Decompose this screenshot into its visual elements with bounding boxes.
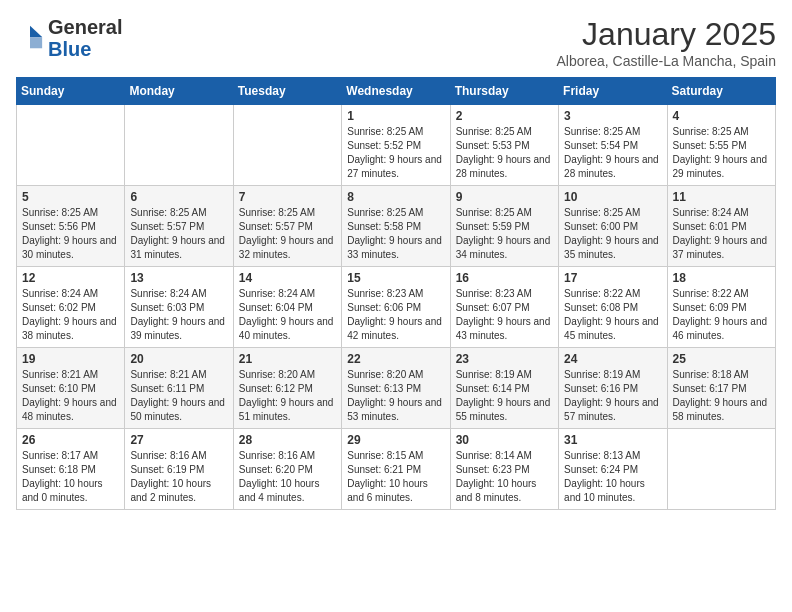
day-info: Sunrise: 8:18 AM Sunset: 6:17 PM Dayligh…	[673, 368, 770, 424]
logo: General Blue	[16, 16, 122, 60]
day-info: Sunrise: 8:16 AM Sunset: 6:20 PM Dayligh…	[239, 449, 336, 505]
day-info: Sunrise: 8:20 AM Sunset: 6:12 PM Dayligh…	[239, 368, 336, 424]
day-number: 5	[22, 190, 119, 204]
day-cell: 3Sunrise: 8:25 AM Sunset: 5:54 PM Daylig…	[559, 105, 667, 186]
day-number: 16	[456, 271, 553, 285]
day-number: 12	[22, 271, 119, 285]
day-number: 11	[673, 190, 770, 204]
day-number: 31	[564, 433, 661, 447]
day-cell: 8Sunrise: 8:25 AM Sunset: 5:58 PM Daylig…	[342, 186, 450, 267]
day-cell	[233, 105, 341, 186]
page-header: General Blue January 2025 Alborea, Casti…	[16, 16, 776, 69]
weekday-header-sunday: Sunday	[17, 78, 125, 105]
day-number: 4	[673, 109, 770, 123]
week-row-4: 19Sunrise: 8:21 AM Sunset: 6:10 PM Dayli…	[17, 348, 776, 429]
day-number: 9	[456, 190, 553, 204]
day-number: 28	[239, 433, 336, 447]
week-row-5: 26Sunrise: 8:17 AM Sunset: 6:18 PM Dayli…	[17, 429, 776, 510]
location: Alborea, Castille-La Mancha, Spain	[557, 53, 776, 69]
day-cell: 22Sunrise: 8:20 AM Sunset: 6:13 PM Dayli…	[342, 348, 450, 429]
day-cell: 6Sunrise: 8:25 AM Sunset: 5:57 PM Daylig…	[125, 186, 233, 267]
day-info: Sunrise: 8:25 AM Sunset: 5:52 PM Dayligh…	[347, 125, 444, 181]
day-cell: 13Sunrise: 8:24 AM Sunset: 6:03 PM Dayli…	[125, 267, 233, 348]
day-cell: 24Sunrise: 8:19 AM Sunset: 6:16 PM Dayli…	[559, 348, 667, 429]
day-number: 13	[130, 271, 227, 285]
day-cell: 28Sunrise: 8:16 AM Sunset: 6:20 PM Dayli…	[233, 429, 341, 510]
day-number: 8	[347, 190, 444, 204]
day-info: Sunrise: 8:23 AM Sunset: 6:07 PM Dayligh…	[456, 287, 553, 343]
logo-text: General Blue	[48, 16, 122, 60]
calendar-table: SundayMondayTuesdayWednesdayThursdayFrid…	[16, 77, 776, 510]
day-info: Sunrise: 8:25 AM Sunset: 6:00 PM Dayligh…	[564, 206, 661, 262]
day-number: 22	[347, 352, 444, 366]
weekday-header-thursday: Thursday	[450, 78, 558, 105]
weekday-header-saturday: Saturday	[667, 78, 775, 105]
day-info: Sunrise: 8:22 AM Sunset: 6:08 PM Dayligh…	[564, 287, 661, 343]
day-cell: 25Sunrise: 8:18 AM Sunset: 6:17 PM Dayli…	[667, 348, 775, 429]
day-info: Sunrise: 8:14 AM Sunset: 6:23 PM Dayligh…	[456, 449, 553, 505]
day-info: Sunrise: 8:25 AM Sunset: 5:58 PM Dayligh…	[347, 206, 444, 262]
day-cell	[17, 105, 125, 186]
weekday-header-row: SundayMondayTuesdayWednesdayThursdayFrid…	[17, 78, 776, 105]
day-cell: 12Sunrise: 8:24 AM Sunset: 6:02 PM Dayli…	[17, 267, 125, 348]
day-info: Sunrise: 8:23 AM Sunset: 6:06 PM Dayligh…	[347, 287, 444, 343]
day-info: Sunrise: 8:25 AM Sunset: 5:57 PM Dayligh…	[239, 206, 336, 262]
day-number: 27	[130, 433, 227, 447]
day-cell: 26Sunrise: 8:17 AM Sunset: 6:18 PM Dayli…	[17, 429, 125, 510]
day-number: 26	[22, 433, 119, 447]
svg-marker-0	[30, 26, 42, 37]
day-number: 2	[456, 109, 553, 123]
day-info: Sunrise: 8:21 AM Sunset: 6:11 PM Dayligh…	[130, 368, 227, 424]
day-info: Sunrise: 8:24 AM Sunset: 6:03 PM Dayligh…	[130, 287, 227, 343]
day-cell: 17Sunrise: 8:22 AM Sunset: 6:08 PM Dayli…	[559, 267, 667, 348]
day-cell: 4Sunrise: 8:25 AM Sunset: 5:55 PM Daylig…	[667, 105, 775, 186]
day-info: Sunrise: 8:19 AM Sunset: 6:16 PM Dayligh…	[564, 368, 661, 424]
day-cell: 20Sunrise: 8:21 AM Sunset: 6:11 PM Dayli…	[125, 348, 233, 429]
day-cell: 19Sunrise: 8:21 AM Sunset: 6:10 PM Dayli…	[17, 348, 125, 429]
day-cell: 14Sunrise: 8:24 AM Sunset: 6:04 PM Dayli…	[233, 267, 341, 348]
day-cell: 5Sunrise: 8:25 AM Sunset: 5:56 PM Daylig…	[17, 186, 125, 267]
day-info: Sunrise: 8:20 AM Sunset: 6:13 PM Dayligh…	[347, 368, 444, 424]
day-number: 20	[130, 352, 227, 366]
day-cell: 2Sunrise: 8:25 AM Sunset: 5:53 PM Daylig…	[450, 105, 558, 186]
day-number: 3	[564, 109, 661, 123]
day-info: Sunrise: 8:25 AM Sunset: 5:55 PM Dayligh…	[673, 125, 770, 181]
week-row-1: 1Sunrise: 8:25 AM Sunset: 5:52 PM Daylig…	[17, 105, 776, 186]
day-info: Sunrise: 8:19 AM Sunset: 6:14 PM Dayligh…	[456, 368, 553, 424]
day-cell: 10Sunrise: 8:25 AM Sunset: 6:00 PM Dayli…	[559, 186, 667, 267]
day-info: Sunrise: 8:25 AM Sunset: 5:57 PM Dayligh…	[130, 206, 227, 262]
day-number: 18	[673, 271, 770, 285]
day-cell: 15Sunrise: 8:23 AM Sunset: 6:06 PM Dayli…	[342, 267, 450, 348]
day-number: 24	[564, 352, 661, 366]
day-info: Sunrise: 8:13 AM Sunset: 6:24 PM Dayligh…	[564, 449, 661, 505]
week-row-2: 5Sunrise: 8:25 AM Sunset: 5:56 PM Daylig…	[17, 186, 776, 267]
weekday-header-friday: Friday	[559, 78, 667, 105]
day-cell: 18Sunrise: 8:22 AM Sunset: 6:09 PM Dayli…	[667, 267, 775, 348]
day-cell	[125, 105, 233, 186]
day-number: 17	[564, 271, 661, 285]
day-info: Sunrise: 8:24 AM Sunset: 6:01 PM Dayligh…	[673, 206, 770, 262]
day-number: 29	[347, 433, 444, 447]
day-info: Sunrise: 8:25 AM Sunset: 5:59 PM Dayligh…	[456, 206, 553, 262]
day-cell: 21Sunrise: 8:20 AM Sunset: 6:12 PM Dayli…	[233, 348, 341, 429]
title-block: January 2025 Alborea, Castille-La Mancha…	[557, 16, 776, 69]
month-title: January 2025	[557, 16, 776, 53]
day-cell: 30Sunrise: 8:14 AM Sunset: 6:23 PM Dayli…	[450, 429, 558, 510]
day-cell: 9Sunrise: 8:25 AM Sunset: 5:59 PM Daylig…	[450, 186, 558, 267]
day-number: 25	[673, 352, 770, 366]
day-number: 23	[456, 352, 553, 366]
day-info: Sunrise: 8:25 AM Sunset: 5:54 PM Dayligh…	[564, 125, 661, 181]
day-info: Sunrise: 8:17 AM Sunset: 6:18 PM Dayligh…	[22, 449, 119, 505]
day-info: Sunrise: 8:21 AM Sunset: 6:10 PM Dayligh…	[22, 368, 119, 424]
day-number: 14	[239, 271, 336, 285]
day-cell: 23Sunrise: 8:19 AM Sunset: 6:14 PM Dayli…	[450, 348, 558, 429]
svg-marker-1	[30, 37, 42, 48]
weekday-header-wednesday: Wednesday	[342, 78, 450, 105]
day-info: Sunrise: 8:24 AM Sunset: 6:04 PM Dayligh…	[239, 287, 336, 343]
day-number: 6	[130, 190, 227, 204]
day-number: 7	[239, 190, 336, 204]
day-number: 21	[239, 352, 336, 366]
day-cell: 31Sunrise: 8:13 AM Sunset: 6:24 PM Dayli…	[559, 429, 667, 510]
day-info: Sunrise: 8:15 AM Sunset: 6:21 PM Dayligh…	[347, 449, 444, 505]
day-info: Sunrise: 8:22 AM Sunset: 6:09 PM Dayligh…	[673, 287, 770, 343]
